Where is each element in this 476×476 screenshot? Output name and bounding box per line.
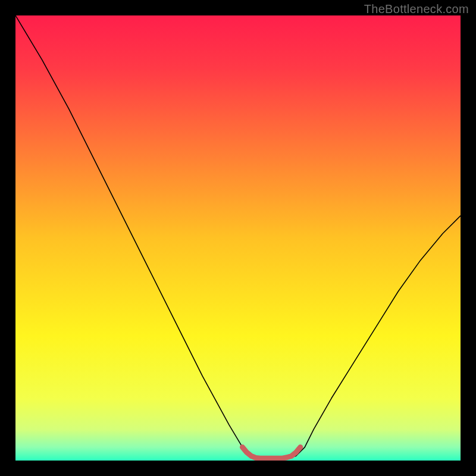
gradient-backdrop bbox=[15, 15, 461, 461]
watermark-text: TheBottleneck.com bbox=[364, 2, 469, 16]
chart-plot-area bbox=[15, 15, 461, 461]
chart-frame: TheBottleneck.com bbox=[0, 0, 476, 476]
chart-svg bbox=[15, 15, 461, 461]
